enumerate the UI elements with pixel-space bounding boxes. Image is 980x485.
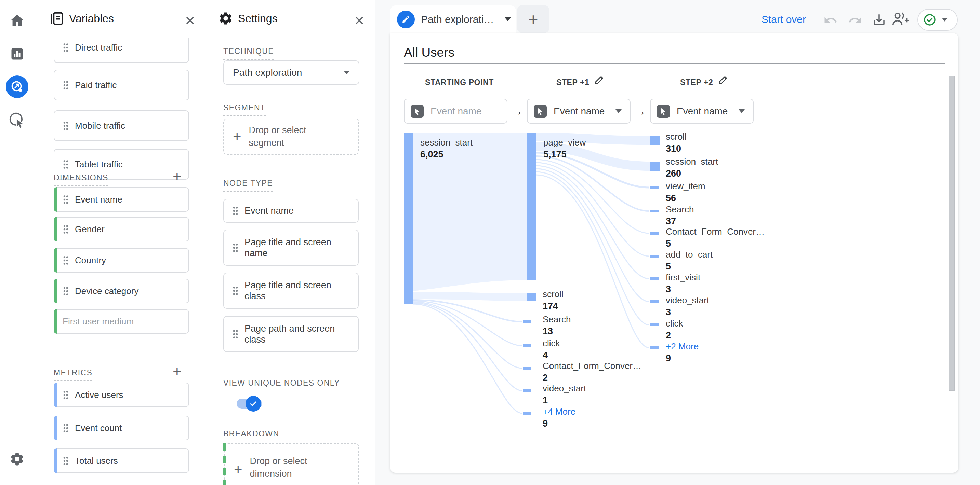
- technique-select[interactable]: Path exploration: [223, 60, 360, 85]
- unique-nodes-toggle[interactable]: [237, 396, 268, 412]
- node-tick[interactable]: [523, 412, 531, 415]
- add-metric-button[interactable]: +: [173, 364, 181, 379]
- sankey-node-label[interactable]: view_item: [666, 181, 705, 191]
- admin-gear-icon[interactable]: [5, 447, 29, 471]
- drag-handle-icon: [232, 243, 239, 252]
- breakdown-drop-text: Drop or select dimension: [250, 455, 332, 480]
- node-tick[interactable]: [523, 344, 531, 347]
- node-tick[interactable]: [650, 255, 659, 258]
- node-tick[interactable]: [650, 232, 659, 235]
- metric-chip[interactable]: Active users: [54, 382, 189, 407]
- sankey-node-label[interactable]: session_start: [666, 157, 718, 167]
- node-bar-session-start[interactable]: [404, 133, 413, 304]
- breakdown-drop-zone[interactable]: + Drop or select dimension: [224, 443, 359, 485]
- close-settings-icon[interactable]: [353, 14, 366, 28]
- sankey-node-value: 3: [666, 284, 671, 295]
- flow-session-to-scroll[interactable]: [413, 292, 527, 301]
- sankey-node-label[interactable]: session_start: [420, 137, 473, 147]
- add-dimension-button[interactable]: +: [173, 169, 181, 184]
- start-over-link[interactable]: Start over: [762, 14, 806, 25]
- sankey-node-label[interactable]: scroll: [666, 132, 687, 142]
- share-users-icon[interactable]: [891, 11, 910, 28]
- tab-edit-pencil-icon: [397, 11, 415, 29]
- node-type-chip[interactable]: Event name: [223, 199, 359, 223]
- sankey-node-label[interactable]: scroll: [542, 289, 563, 299]
- segment-chip[interactable]: Paid traffic: [54, 70, 189, 100]
- segment-chip[interactable]: Direct traffic: [54, 38, 189, 63]
- node-tick[interactable]: [650, 210, 659, 212]
- explore-icon-active[interactable]: [5, 75, 29, 98]
- status-dropdown[interactable]: [918, 9, 958, 31]
- segment-header: SEGMENT: [223, 103, 266, 116]
- ga4-explorations-screen: Variables Direct traffic Paid traffic Mo…: [0, 0, 980, 485]
- drop-target-highlight: [223, 443, 226, 485]
- node-tick[interactable]: [650, 186, 659, 189]
- sankey-node-label[interactable]: click: [542, 338, 560, 349]
- download-icon[interactable]: [872, 13, 886, 27]
- dimension-chip[interactable]: Gender: [54, 217, 189, 241]
- segment-chip[interactable]: Mobile traffic: [54, 110, 189, 141]
- sankey-node-label[interactable]: video_start: [666, 295, 709, 305]
- sankey-node-value: 4: [542, 350, 548, 361]
- node-type-chip-label: Event name: [245, 205, 294, 216]
- drag-handle-icon: [232, 206, 239, 216]
- drag-handle-icon: [62, 43, 69, 52]
- settings-title: Settings: [238, 12, 278, 25]
- dimension-chip[interactable]: Country: [54, 248, 189, 273]
- dimension-chip[interactable]: Event name: [54, 187, 189, 212]
- technique-value: Path exploration: [233, 67, 302, 78]
- node-tick[interactable]: [650, 323, 659, 326]
- variables-panel: Variables Direct traffic Paid traffic Mo…: [34, 0, 205, 485]
- redo-icon[interactable]: [848, 13, 862, 27]
- dimension-chip-label: Event name: [75, 194, 123, 205]
- dimension-chip[interactable]: Device category: [54, 279, 189, 303]
- add-tab-button[interactable]: +: [517, 5, 549, 33]
- breakdown-header: BREAKDOWN: [223, 430, 279, 442]
- sankey-node-label[interactable]: first_visit: [666, 272, 700, 282]
- sankey-node-label[interactable]: click: [666, 318, 683, 328]
- chevron-down-icon[interactable]: [505, 17, 511, 21]
- sankey-node-value: 13: [542, 326, 553, 337]
- node-bar-page-view[interactable]: [527, 133, 536, 280]
- sankey-node-label[interactable]: add_to_cart: [666, 249, 713, 260]
- node-tick[interactable]: [523, 367, 531, 369]
- node-type-chip[interactable]: Page title and screen name: [223, 230, 359, 266]
- sankey-node-value: 37: [666, 216, 676, 227]
- tab-path-exploration[interactable]: Path explorati…: [390, 5, 516, 33]
- dimension-chip-ghost[interactable]: First user medium: [54, 309, 189, 334]
- more-nodes-link[interactable]: +2 More: [666, 341, 698, 352]
- exploration-canvas: All Users STARTING POINT STEP +1 STEP +2…: [390, 33, 958, 473]
- metric-chip[interactable]: Total users: [54, 449, 189, 473]
- node-tick[interactable]: [650, 300, 659, 303]
- node-tick[interactable]: [523, 320, 531, 323]
- node-bar-scroll-mid[interactable]: [527, 293, 536, 301]
- node-tick[interactable]: [650, 277, 659, 280]
- sankey-node-label[interactable]: Search: [666, 204, 694, 214]
- sankey-node-label[interactable]: Search: [542, 314, 571, 325]
- metric-chip[interactable]: Event count: [54, 416, 189, 440]
- advertising-icon[interactable]: [5, 109, 29, 132]
- segment-chip-label: Tablet traffic: [75, 159, 123, 170]
- sankey-node-label[interactable]: video_start: [542, 383, 586, 393]
- close-variables-icon[interactable]: [184, 14, 196, 28]
- drag-handle-icon: [62, 456, 69, 466]
- reports-icon[interactable]: [5, 42, 29, 66]
- node-type-chip[interactable]: Page title and screen class: [223, 273, 359, 309]
- divider: [205, 164, 374, 164]
- more-nodes-link[interactable]: +4 More: [542, 406, 576, 417]
- sankey-node-value: 174: [542, 301, 558, 312]
- node-bar-session-right[interactable]: [650, 162, 660, 171]
- canvas-scrollbar[interactable]: [948, 76, 955, 391]
- sankey-node-label[interactable]: Contact_Form_Conver…: [542, 361, 641, 371]
- node-tick[interactable]: [650, 346, 659, 349]
- node-type-chip-label: Page title and screen class: [245, 280, 347, 301]
- sankey-node-label[interactable]: Contact_Form_Conver…: [666, 227, 765, 237]
- node-type-chip[interactable]: Page path and screen class: [223, 316, 359, 352]
- node-bar-scroll-right[interactable]: [650, 136, 660, 145]
- node-tick[interactable]: [523, 389, 531, 392]
- undo-icon[interactable]: [823, 13, 838, 27]
- home-icon[interactable]: [5, 9, 29, 32]
- sankey-node-value: 310: [666, 143, 681, 154]
- segment-drop-zone[interactable]: + Drop or select segment: [223, 119, 359, 155]
- sankey-node-label[interactable]: page_view: [543, 137, 586, 147]
